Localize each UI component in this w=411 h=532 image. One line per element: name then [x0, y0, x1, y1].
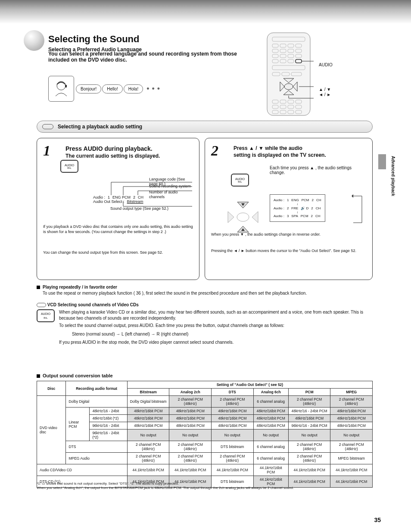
o1f: CH	[316, 198, 321, 202]
th-rec: Recording audio format	[66, 381, 127, 396]
table-cell: DTS bitstream	[211, 441, 253, 453]
o3d: PCM	[301, 214, 308, 218]
table-cell: 48kHz/16bit PCM	[330, 422, 373, 429]
audio-button-icon-2: AUDIO R/L	[231, 174, 249, 187]
o2f: CH	[316, 206, 321, 210]
table-cell: No output	[127, 429, 169, 441]
operator-illustration	[48, 76, 74, 102]
o2e: 2	[311, 206, 313, 210]
o1e: 2	[311, 198, 313, 202]
table-cell: 48kHz/16bit PCM	[253, 415, 288, 422]
square-bullet-icon	[37, 286, 40, 289]
table-cell: 44.1kHz/16bit PCM	[127, 464, 169, 476]
table-cell: 48kHz/16bit PCM	[253, 408, 288, 415]
language-bubbles: Bonjour! Hello! Hola! •••	[48, 76, 162, 102]
o3c: SPA	[291, 214, 298, 218]
table-cell: 2 channel PCM (48kHz)	[169, 453, 212, 464]
table-cell: 48kHz/16bit PCM	[211, 415, 253, 422]
o2a: Audio :	[274, 206, 284, 210]
section-bullet-sphere	[24, 30, 44, 51]
table-cell: No output	[253, 429, 288, 441]
svg-rect-2	[267, 33, 310, 115]
table-cell: 2 channel PCM (48kHz)	[330, 441, 373, 453]
s2a: Press	[234, 145, 248, 151]
o1b: 1	[287, 198, 289, 202]
o3b: 3	[287, 214, 289, 218]
audio-btn2-sub: R/L	[238, 180, 242, 183]
table-cell: 96kHz/16 - 24bit PCM	[288, 422, 330, 429]
table-cell: 2 channel PCM (48kHz)	[288, 441, 330, 453]
bubble-1: Bonjour!	[76, 84, 101, 93]
step1-note: If you playback a DVD video disc that co…	[43, 224, 194, 234]
table-cell: 44.1kHz/16bit PCM	[253, 464, 288, 476]
o3e: 2	[311, 214, 313, 218]
o1c: ENG	[291, 198, 299, 202]
table-cell: 2 channel PCM (48kHz)	[288, 453, 330, 464]
th-c0: Bitstream	[127, 389, 169, 396]
s2d: setting is displayed on the TV screen.	[234, 152, 326, 158]
table-cell: 48kHz/16bit PCM	[169, 415, 212, 422]
th-c5: MPEG	[330, 389, 373, 396]
table-cell: 2 channel PCM (48kHz)	[211, 453, 253, 464]
table-cell: 48kHz/16bit PCM	[127, 415, 169, 422]
table-cell: 44.1kHz/16bit PCM	[211, 464, 253, 476]
step2-note2: Pressing the ◄ / ► button moves the curs…	[211, 249, 366, 254]
th-c3: Analog 6ch	[253, 389, 288, 396]
svg-rect-1	[65, 85, 67, 87]
step-2-box: 2 Press ▲ / ▼ while the audio setting is…	[205, 138, 373, 280]
th-setting: Setting of "Audio Out Select" ( see 52)	[127, 381, 372, 389]
vcd-sequence: Stereo (normal sound) → L (left channel)…	[72, 331, 373, 337]
table-cell: No output	[330, 429, 373, 441]
th-c1: Analog 2ch	[169, 389, 212, 396]
top-gradient	[0, 0, 411, 24]
audio-button-sublabel: R/L	[67, 167, 71, 169]
step2-side: Each time you press ▲ , the audio settin…	[270, 165, 360, 175]
table-cell: 48kHz/16bit (*2)	[90, 415, 128, 422]
dvd-pill-icon	[42, 124, 53, 129]
table-cell: Dolby Digital	[66, 396, 127, 408]
side-tab-label: Advanced playback	[391, 156, 395, 196]
table-cell: DTS	[66, 441, 127, 453]
loop-arrow-icon	[352, 194, 364, 224]
table-cell: 44.1kHz/16bit PCM	[330, 464, 373, 476]
step-1-main: Press AUDIO during playback.	[65, 145, 193, 152]
table-row: DVD video disc	[37, 396, 66, 464]
osd-example-2: Audio :1ENGPCM2CH ↓ Audio :2FRE🔊 D2CH ↓ …	[270, 194, 325, 222]
audio-button-label: AUDIO	[65, 164, 74, 167]
table-cell: 2 channel PCM (48kHz)	[127, 453, 169, 464]
table-cell: Linear PCM	[66, 408, 90, 441]
step2-note1: When you press ▼ , the audio settings ch…	[211, 232, 366, 237]
page-title: Selecting the Sound Selecting a Preferre…	[48, 34, 142, 53]
table-cell: No output	[288, 429, 330, 441]
o3a: Audio :	[274, 214, 284, 218]
vcd-body1: When playing a karaoke Video CD or a sim…	[59, 309, 373, 321]
o2b: 2	[287, 206, 289, 210]
section-bar: Selecting a playback audio setting	[37, 121, 373, 133]
table-cell: 48kHz/16bit PCM	[211, 408, 253, 415]
table-cell: 2 channel PCM (48kHz)	[169, 396, 212, 408]
table-cell: 48kHz/16bit PCM	[330, 408, 373, 415]
table-title-text: Output sound conversion table	[43, 373, 113, 378]
after-section: Playing repeatedly / in favorite order T…	[37, 284, 373, 345]
bubble-2: Hello!	[102, 84, 123, 93]
table-cell: 48kHz/16bit PCM	[127, 408, 169, 415]
o3f: CH	[315, 214, 321, 218]
vcd-head: VCD Selecting sound channels of Video CD…	[47, 302, 139, 307]
table-cell: 48kHz/16bit PCM	[127, 422, 169, 429]
remote-label-updown: ▲ / ▼	[319, 87, 331, 92]
title-main: Selecting the Sound	[48, 34, 142, 45]
th-c2: DTS	[211, 389, 253, 396]
s2c: while the audio	[265, 145, 302, 151]
svg-point-25	[284, 84, 293, 90]
down-icon: ▼	[258, 145, 264, 151]
step-1-box: 1 Press AUDIO during playback. The curre…	[37, 138, 199, 280]
page-number: 35	[374, 516, 381, 523]
table-cell: 48kHz/16 - 24bit PCM	[288, 408, 330, 415]
table-cell: 48kHz/16bit PCM	[330, 415, 373, 422]
table-cell: 6 channel analog	[253, 453, 288, 464]
table-cell: 2 channel PCM (48kHz)	[211, 396, 253, 408]
table-cell: 6 channel analog	[253, 441, 288, 453]
o1d: PCM	[302, 198, 309, 202]
step-1-sub: The current audio setting is displayed.	[65, 153, 193, 159]
table-cell: Dolby Digital bitstream	[127, 396, 169, 408]
